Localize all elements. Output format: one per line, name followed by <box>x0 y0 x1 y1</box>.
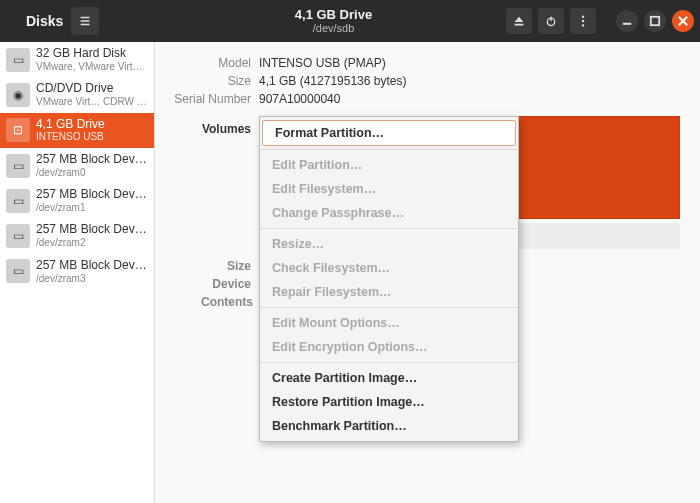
menu-separator <box>260 149 518 150</box>
menu-item-11: Edit Encryption Options… <box>260 335 518 359</box>
vol-contents-label: Contents <box>201 295 251 309</box>
sidebar-item-1[interactable]: ◉CD/DVD DriveVMware Virt… CDRW Drive <box>0 77 154 112</box>
svg-point-4 <box>582 24 584 26</box>
sidebar-item-title: 4,1 GB Drive <box>36 118 105 132</box>
vol-size-label: Size <box>201 259 251 273</box>
sidebar-item-title: 257 MB Block Device <box>36 188 148 202</box>
menu-item-13[interactable]: Create Partition Image… <box>260 366 518 390</box>
model-label: Model <box>155 56 251 70</box>
menu-separator <box>260 307 518 308</box>
hdd-icon: ▭ <box>6 48 30 72</box>
drive-subtitle: /dev/sdb <box>161 22 506 34</box>
menu-item-6: Resize… <box>260 232 518 256</box>
blk-icon: ▭ <box>6 224 30 248</box>
menu-item-14[interactable]: Restore Partition Image… <box>260 390 518 414</box>
svg-rect-6 <box>651 17 659 25</box>
menu-item-10: Edit Mount Options… <box>260 311 518 335</box>
titlebar: Disks 4,1 GB Drive /dev/sdb <box>0 0 700 42</box>
drive-title: 4,1 GB Drive <box>161 8 506 22</box>
sidebar-item-title: 257 MB Block Device <box>36 223 148 237</box>
menu-separator <box>260 362 518 363</box>
sidebar-item-5[interactable]: ▭257 MB Block Device/dev/zram2 <box>0 218 154 253</box>
vol-device-label: Device <box>201 277 251 291</box>
sidebar-item-2[interactable]: ⊡4,1 GB DriveINTENSO USB <box>0 113 154 148</box>
menu-item-3: Edit Filesystem… <box>260 177 518 201</box>
eject-button[interactable] <box>506 8 532 34</box>
sidebar-item-0[interactable]: ▭32 GB Hard DiskVMware, VMware Virtual S <box>0 42 154 77</box>
blk-icon: ▭ <box>6 154 30 178</box>
menu-item-15[interactable]: Benchmark Partition… <box>260 414 518 438</box>
sidebar-item-6[interactable]: ▭257 MB Block Device/dev/zram3 <box>0 254 154 289</box>
sidebar-item-subtitle: VMware, VMware Virtual S <box>36 61 148 73</box>
size-label: Size <box>155 74 251 88</box>
power-button[interactable] <box>538 8 564 34</box>
svg-point-3 <box>582 20 584 22</box>
device-sidebar: ▭32 GB Hard DiskVMware, VMware Virtual S… <box>0 42 155 503</box>
usb-icon: ⊡ <box>6 118 30 142</box>
model-value: INTENSO USB (PMAP) <box>259 56 680 70</box>
maximize-icon <box>648 14 662 28</box>
menu-item-4: Change Passphrase… <box>260 201 518 225</box>
sidebar-item-title: 257 MB Block Device <box>36 259 148 273</box>
sidebar-item-title: CD/DVD Drive <box>36 82 148 96</box>
kebab-icon <box>576 14 590 28</box>
volumes-section-label: Volumes <box>155 116 251 136</box>
sidebar-item-subtitle: /dev/zram2 <box>36 237 148 249</box>
menu-item-2: Edit Partition… <box>260 153 518 177</box>
content-pane: Model INTENSO USB (PMAP) Size 4,1 GB (41… <box>155 42 700 503</box>
power-icon <box>544 14 558 28</box>
serial-label: Serial Number <box>155 92 251 106</box>
volumes-area: 4,1 GB Unknown Size Device Contents Form… <box>259 116 680 309</box>
volume-context-menu: Format Partition…Edit Partition…Edit Fil… <box>259 116 519 442</box>
menu-item-0[interactable]: Format Partition… <box>262 120 516 146</box>
sidebar-item-4[interactable]: ▭257 MB Block Device/dev/zram1 <box>0 183 154 218</box>
hamburger-button[interactable] <box>71 7 99 35</box>
sidebar-item-subtitle: /dev/zram0 <box>36 167 148 179</box>
svg-point-2 <box>582 15 584 17</box>
maximize-button[interactable] <box>644 10 666 32</box>
minimize-icon <box>620 14 634 28</box>
menu-item-8: Repair Filesystem… <box>260 280 518 304</box>
sidebar-item-subtitle: INTENSO USB <box>36 131 105 143</box>
sidebar-item-subtitle: /dev/zram1 <box>36 202 148 214</box>
sidebar-item-title: 257 MB Block Device <box>36 153 148 167</box>
eject-icon <box>512 14 526 28</box>
blk-icon: ▭ <box>6 189 30 213</box>
sidebar-item-subtitle: VMware Virt… CDRW Drive <box>36 96 148 108</box>
size-value: 4,1 GB (4127195136 bytes) <box>259 74 680 88</box>
drive-menu-button[interactable] <box>570 8 596 34</box>
sidebar-item-title: 32 GB Hard Disk <box>36 47 148 61</box>
sidebar-item-3[interactable]: ▭257 MB Block Device/dev/zram0 <box>0 148 154 183</box>
minimize-button[interactable] <box>616 10 638 32</box>
hamburger-icon <box>78 14 92 28</box>
menu-separator <box>260 228 518 229</box>
close-button[interactable] <box>672 10 694 32</box>
menu-item-7: Check Filesystem… <box>260 256 518 280</box>
sidebar-item-subtitle: /dev/zram3 <box>36 273 148 285</box>
serial-value: 907A10000040 <box>259 92 680 106</box>
app-title: Disks <box>26 13 63 29</box>
cd-icon: ◉ <box>6 83 30 107</box>
close-icon <box>676 14 690 28</box>
blk-icon: ▭ <box>6 259 30 283</box>
